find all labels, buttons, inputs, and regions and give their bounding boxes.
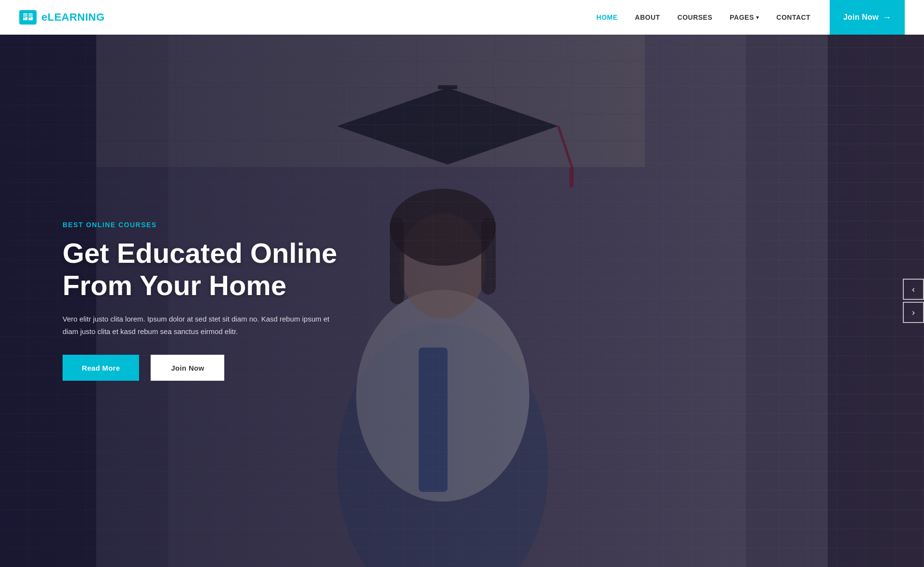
nav-item-pages[interactable]: PAGES ▾: [730, 13, 759, 21]
nav-links: HOME ABOUT COURSES PAGES ▾ CONTACT: [596, 13, 810, 22]
main-nav: eLEARNING HOME ABOUT COURSES PAGES ▾ CON…: [0, 0, 924, 35]
join-now-button[interactable]: Join Now: [151, 355, 224, 381]
svg-rect-2: [23, 14, 27, 15]
hero-description: Vero elitr justo clita lorem. Ipsum dolo…: [63, 313, 342, 337]
nav-link-about[interactable]: ABOUT: [635, 13, 660, 21]
hero-section: BEST ONLINE COURSES Get Educated Online …: [0, 35, 924, 567]
svg-rect-6: [28, 16, 33, 17]
brand-logo[interactable]: eLEARNING: [19, 10, 105, 25]
svg-rect-5: [28, 14, 33, 15]
nav-cta-button[interactable]: Join Now →: [830, 0, 905, 35]
brand-name: eLEARNING: [41, 11, 105, 24]
nav-link-contact[interactable]: CONTACT: [776, 13, 810, 21]
read-more-button[interactable]: Read More: [63, 355, 139, 381]
slider-controls: ‹ ›: [903, 279, 924, 323]
svg-rect-4: [23, 17, 26, 18]
nav-item-courses[interactable]: COURSES: [678, 13, 713, 22]
nav-link-courses[interactable]: COURSES: [678, 13, 713, 21]
nav-item-about[interactable]: ABOUT: [635, 13, 660, 22]
hero-subtitle: BEST ONLINE COURSES: [63, 221, 342, 229]
nav-item-contact[interactable]: CONTACT: [776, 13, 810, 22]
slider-prev-button[interactable]: ‹: [903, 279, 924, 300]
slider-next-button[interactable]: ›: [903, 302, 924, 323]
nav-link-pages[interactable]: PAGES ▾: [730, 13, 759, 21]
arrow-icon: →: [883, 13, 891, 23]
hero-content: BEST ONLINE COURSES Get Educated Online …: [0, 221, 342, 381]
book-icon: [23, 13, 33, 22]
hero-title: Get Educated Online From Your Home: [63, 237, 342, 301]
svg-rect-7: [28, 17, 31, 18]
chevron-down-icon: ▾: [756, 14, 759, 21]
hero-buttons: Read More Join Now: [63, 355, 342, 381]
nav-link-home[interactable]: HOME: [596, 13, 617, 21]
nav-item-home[interactable]: HOME: [596, 13, 617, 22]
logo-icon: [19, 10, 37, 25]
svg-rect-3: [23, 16, 27, 17]
